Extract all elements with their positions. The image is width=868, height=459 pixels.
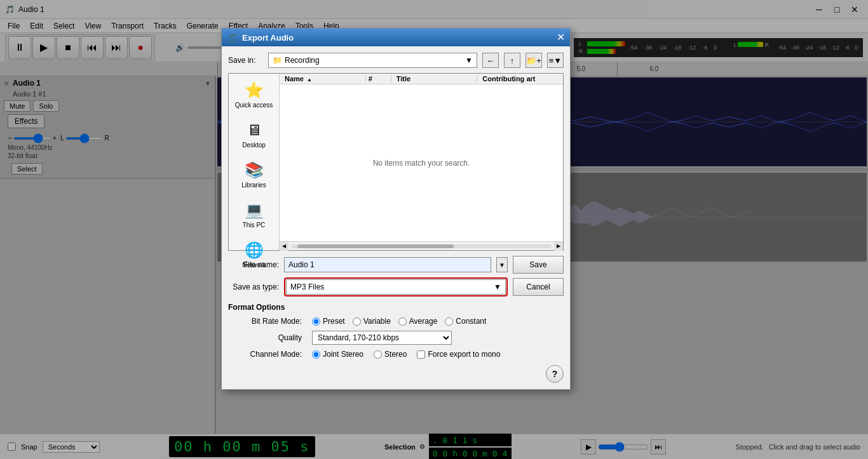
quality-label: Quality [238,333,302,342]
dialog-overlay: 🎵 Export Audio ✕ Save in: 📁 Recording ▼ … [0,0,868,459]
libraries-label: Libraries [241,182,266,189]
force-mono-option[interactable]: Force export to mono [417,350,500,359]
help-button[interactable]: ? [546,365,564,383]
save-in-label: Save in: [228,56,263,65]
radio-variable[interactable]: Variable [353,317,391,326]
file-name-row: File name: ▼ Save [228,256,564,274]
file-name-dropdown[interactable]: ▼ [496,257,508,272]
folder-icon: 📁 [273,56,282,65]
file-list-empty: No items match your search. [280,84,563,241]
options-table: Bit Rate Mode: Preset Variable [228,317,564,359]
type-select-wrapper: MP3 Files ▼ [284,277,508,296]
save-button[interactable]: Save [513,256,564,274]
col-name-sort: ▲ [307,77,312,83]
format-options: Format Options Bit Rate Mode: Preset [228,303,564,359]
this-pc-icon: 💻 [245,201,264,219]
empty-message: No items match your search. [373,159,470,168]
channel-group: Joint Stereo Stereo Force export to mono [312,350,500,359]
this-pc-label: This PC [243,222,266,229]
radio-average[interactable]: Average [398,317,437,326]
radio-stereo-input[interactable] [374,350,382,359]
save-as-type-dropdown[interactable]: MP3 Files ▼ [286,279,506,295]
up-folder-button[interactable]: ↑ [504,53,520,68]
new-folder-button[interactable]: 📁+ [526,53,542,68]
radio-preset-input[interactable] [312,317,320,326]
go-back-button[interactable]: ← [482,53,499,68]
force-mono-checkbox[interactable] [417,350,425,359]
format-options-label: Format Options [228,303,564,312]
file-name-input[interactable] [284,257,491,272]
folder-dropdown-arrow: ▼ [465,56,473,65]
col-contrib-label: Contributing art [482,75,535,83]
quality-row: Quality Standard, 170-210 kbps Extreme, … [238,331,564,345]
quality-select[interactable]: Standard, 170-210 kbps Extreme, 220-260 … [312,331,452,345]
view-toggle-button[interactable]: ≡▼ [547,53,564,68]
desktop-icon: 🖥 [247,121,262,139]
radio-joint-stereo-label: Joint Stereo [323,350,363,359]
scrollbar-thumb [297,244,454,248]
help-row: ? [228,365,564,383]
scroll-right-button[interactable]: ▶ [554,242,563,251]
radio-average-input[interactable] [398,317,407,326]
dialog-body: Save in: 📁 Recording ▼ ← ↑ 📁+ ≡▼ ⭐ Quick… [222,46,570,389]
nav-panel: ⭐ Quick access 🖥 Desktop 📚 Libraries 💻 T… [229,74,280,250]
file-list-header: Name ▲ # Title Contributing art [280,74,563,84]
dialog-title-content: 🎵 Export Audio [227,33,294,43]
dialog-icon: 🎵 [227,33,237,43]
file-list: Name ▲ # Title Contributing art [280,74,563,250]
col-name-label: Name [285,75,304,83]
bit-rate-radio-group: Preset Variable Average [312,317,486,326]
nav-quick-access[interactable]: ⭐ Quick access [231,79,277,111]
dialog-title-bar: 🎵 Export Audio ✕ [222,29,570,46]
radio-constant[interactable]: Constant [445,317,486,326]
dialog-close-button[interactable]: ✕ [557,32,565,43]
radio-stereo[interactable]: Stereo [374,350,407,359]
export-dialog: 🎵 Export Audio ✕ Save in: 📁 Recording ▼ … [221,28,571,390]
libraries-icon: 📚 [245,161,264,179]
save-as-type-value: MP3 Files [290,283,324,291]
nav-desktop[interactable]: 🖥 Desktop [231,119,277,151]
file-scrollbar: ◀ ▶ [280,241,563,250]
radio-average-label: Average [409,317,437,326]
radio-variable-input[interactable] [353,317,361,326]
bit-rate-label: Bit Rate Mode: [238,317,302,326]
radio-preset[interactable]: Preset [312,317,345,326]
nav-libraries[interactable]: 📚 Libraries [231,159,277,191]
folder-name: Recording [285,56,465,65]
radio-joint-stereo-input[interactable] [312,350,320,359]
scroll-left-button[interactable]: ◀ [280,242,288,251]
radio-stereo-label: Stereo [384,350,407,359]
channel-mode-row: Channel Mode: Joint Stereo Stereo [238,350,564,359]
save-as-type-label: Save as type: [228,283,279,291]
folder-dropdown[interactable]: 📁 Recording ▼ [268,53,477,68]
radio-variable-label: Variable [363,317,391,326]
file-name-label: File name: [228,260,279,269]
column-title[interactable]: Title [391,75,478,83]
col-title-label: Title [397,75,410,83]
column-name[interactable]: Name ▲ [280,75,366,83]
file-browser: ⭐ Quick access 🖥 Desktop 📚 Libraries 💻 T… [228,73,564,251]
save-type-arrow: ▼ [494,283,501,291]
col-num-label: # [369,75,372,83]
quick-access-icon: ⭐ [245,81,264,99]
column-number[interactable]: # [366,75,391,83]
force-mono-label: Force export to mono [428,350,500,359]
save-in-row: Save in: 📁 Recording ▼ ← ↑ 📁+ ≡▼ [228,53,564,68]
radio-constant-label: Constant [456,317,486,326]
scrollbar-track[interactable] [291,244,552,248]
network-icon: 🌐 [245,241,264,259]
quick-access-label: Quick access [235,102,273,109]
cancel-button[interactable]: Cancel [513,278,564,296]
channel-mode-label: Channel Mode: [238,350,302,359]
radio-preset-label: Preset [323,317,345,326]
column-contributing[interactable]: Contributing art [477,75,563,83]
type-select-highlight: MP3 Files ▼ [284,277,508,296]
nav-this-pc[interactable]: 💻 This PC [231,199,277,231]
radio-constant-input[interactable] [445,317,453,326]
dialog-title: Export Audio [242,33,294,43]
bit-rate-row: Bit Rate Mode: Preset Variable [238,317,564,326]
save-type-row: Save as type: MP3 Files ▼ Cancel [228,277,564,296]
radio-joint-stereo[interactable]: Joint Stereo [312,350,363,359]
desktop-label: Desktop [242,142,266,149]
